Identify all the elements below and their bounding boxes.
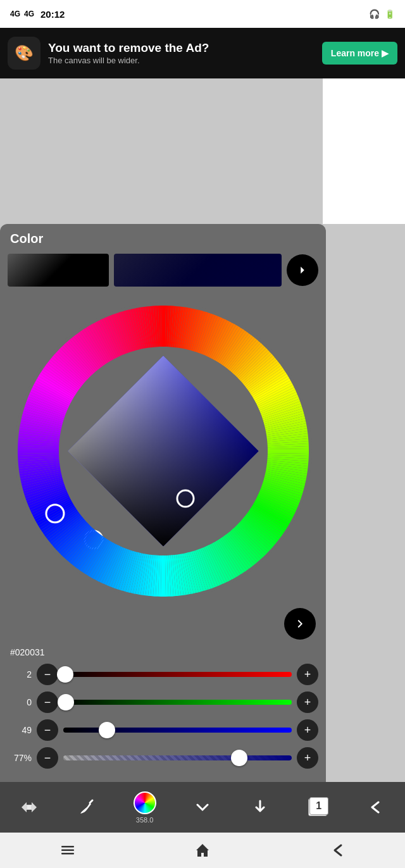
alpha-slider-thumb[interactable] [231, 750, 247, 766]
ad-logo-icon: 🎨 [15, 44, 34, 62]
brush-icon [75, 795, 99, 819]
layers-icon: 1 [306, 795, 330, 819]
color-panel: Color [0, 224, 326, 783]
color-wheel-section: #020031 2 − + 0 − + 49 [0, 293, 326, 783]
green-value: 0 [8, 697, 32, 707]
red-minus-button[interactable]: − [37, 664, 58, 685]
red-slider-thumb[interactable] [57, 666, 73, 683]
learn-more-button[interactable]: Learn more ▶ [322, 42, 397, 65]
back-arrow-icon [364, 795, 388, 819]
battery-icon: 🔋 [385, 9, 395, 19]
canvas-area [0, 78, 405, 224]
ad-text-block: You want to remove the Ad? The canvas wi… [48, 41, 315, 65]
swatch-black[interactable] [8, 254, 109, 287]
green-minus-button[interactable]: − [37, 691, 58, 713]
ad-banner: 🎨 You want to remove the Ad? The canvas … [0, 28, 405, 78]
blue-plus-button[interactable]: + [297, 719, 318, 741]
color-swatches-row [0, 251, 326, 293]
color-wheel-icon [133, 791, 157, 815]
ad-subtitle: The canvas will be wider. [48, 56, 315, 65]
brush-tool[interactable] [75, 795, 99, 819]
svg-line-9 [90, 800, 92, 803]
status-right: 🎧 🔋 [369, 9, 395, 19]
blue-slider-track[interactable] [63, 728, 292, 733]
signal-4g-left: 4G [10, 9, 20, 18]
time-display: 20:12 [40, 9, 65, 20]
alpha-slider-track[interactable] [63, 755, 292, 760]
svg-rect-11 [61, 850, 74, 852]
hamburger-icon [59, 841, 77, 859]
canvas-white-panel [323, 78, 405, 224]
swatch-dark-blue[interactable] [114, 254, 282, 287]
bottom-section: #020031 2 − + 0 − + 49 [0, 603, 326, 783]
red-plus-button[interactable]: + [297, 664, 318, 685]
chevron-down-icon [190, 795, 215, 819]
alpha-value: 77% [8, 753, 32, 763]
back-nav-icon [328, 841, 346, 859]
system-nav [0, 833, 405, 868]
chevron-right-icon [296, 263, 309, 277]
svg-rect-10 [61, 846, 74, 848]
hex-value-label: #020031 [8, 645, 318, 664]
alpha-minus-button[interactable]: − [37, 747, 58, 769]
red-slider-row: 2 − + [8, 664, 318, 685]
color-panel-header: Color [0, 224, 326, 251]
arrow-down-icon [248, 795, 272, 819]
swatches-next-button[interactable] [287, 254, 318, 286]
home-nav-button[interactable] [187, 834, 218, 866]
color-wheel-tool[interactable]: 358.0 [133, 791, 157, 824]
menu-nav-button[interactable] [52, 834, 84, 866]
color-wheel-container[interactable] [11, 299, 315, 603]
svg-rect-8 [27, 805, 31, 809]
commit-tool[interactable] [248, 795, 272, 819]
toolbar: 358.0 1 [0, 782, 405, 833]
green-slider-track[interactable] [63, 700, 292, 705]
green-plus-button[interactable]: + [297, 691, 318, 713]
layers-tool[interactable]: 1 [306, 795, 330, 819]
ad-logo: 🎨 [8, 37, 40, 70]
rotation-label: 358.0 [136, 816, 154, 824]
transform-tool[interactable] [17, 795, 41, 819]
headphone-icon: 🎧 [369, 9, 380, 19]
blue-minus-button[interactable]: − [37, 719, 58, 741]
blue-slider-row: 49 − + [8, 719, 318, 741]
blue-slider-thumb[interactable] [99, 722, 115, 738]
ad-title: You want to remove the Ad? [48, 41, 315, 56]
blue-value: 49 [8, 725, 32, 735]
bottom-arrow-row [8, 603, 318, 645]
alpha-slider-row: 77% − + [8, 747, 318, 769]
back-tool[interactable] [364, 795, 388, 819]
red-value: 2 [8, 669, 32, 679]
chevron-right-icon-2 [293, 617, 307, 631]
color-panel-title: Color [10, 232, 43, 245]
status-bar: 4G 4G 20:12 🎧 🔋 [0, 0, 405, 28]
red-slider-track[interactable] [63, 672, 292, 677]
green-slider-row: 0 − + [8, 691, 318, 713]
signal-4g-right: 4G [24, 9, 34, 18]
svg-rect-12 [61, 853, 74, 855]
down-arrow-tool[interactable] [190, 795, 215, 819]
status-left: 4G 4G 20:12 [10, 9, 65, 20]
back-nav-button[interactable] [321, 834, 353, 866]
green-slider-thumb[interactable] [58, 694, 74, 710]
transform-icon [17, 795, 41, 819]
panel-next-button[interactable] [284, 608, 316, 640]
home-icon [194, 841, 211, 859]
alpha-plus-button[interactable]: + [297, 747, 318, 769]
